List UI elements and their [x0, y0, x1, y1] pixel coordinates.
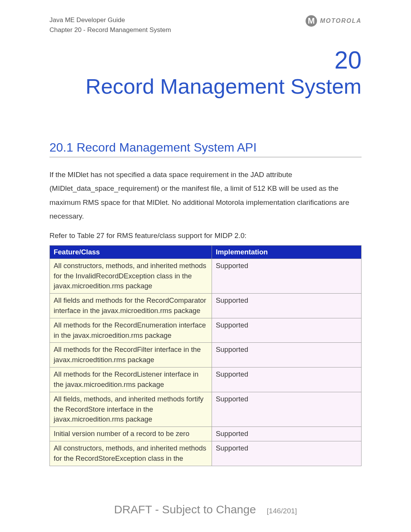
- table-reference: Refer to Table 27 for RMS feature/class …: [49, 232, 362, 240]
- section-divider: [49, 157, 362, 157]
- cell-implementation: Supported: [212, 441, 361, 466]
- draft-status: DRAFT - Subject to Change: [114, 503, 256, 516]
- cell-feature: All fields, methods, and inherited metho…: [50, 392, 212, 427]
- page-footer: DRAFT - Subject to Change [146/201]: [0, 503, 411, 516]
- table-header-row: Feature/Class Implementation: [50, 245, 362, 259]
- document-page: Java ME Developer Guide Chapter 20 - Rec…: [0, 0, 411, 532]
- cell-implementation: Supported: [212, 427, 361, 441]
- cell-implementation: Supported: [212, 259, 361, 293]
- table-row: All constructors, methods, and inherited…: [50, 441, 362, 466]
- cell-implementation: Supported: [212, 392, 361, 427]
- motorola-m-icon: M: [306, 15, 317, 27]
- table-row: All constructors, methods, and inherited…: [50, 259, 362, 293]
- table-row: All methods for the RecordEnumeration in…: [50, 318, 362, 343]
- table-row: All methods for the RecordListener inter…: [50, 367, 362, 392]
- col-header-feature: Feature/Class: [50, 245, 212, 259]
- brand-logo: M MOTOROLA: [306, 15, 362, 27]
- cell-feature: All constructors, methods, and inherited…: [50, 259, 212, 293]
- brand-name: MOTOROLA: [320, 18, 362, 24]
- cell-implementation: Supported: [212, 367, 361, 392]
- cell-feature: All constructors, methods, and inherited…: [50, 441, 212, 466]
- chapter-number: 20: [49, 46, 362, 74]
- feature-table: Feature/Class Implementation All constru…: [49, 245, 362, 466]
- chapter-title: Record Management System: [49, 74, 362, 99]
- table-row: All methods for the RecordFilter interfa…: [50, 343, 362, 367]
- cell-feature: All fields and methods for the RecordCom…: [50, 294, 212, 318]
- header-text: Java ME Developer Guide Chapter 20 - Rec…: [49, 15, 171, 35]
- col-header-implementation: Implementation: [212, 245, 361, 259]
- cell-implementation: Supported: [212, 318, 361, 343]
- table-row: All fields, methods, and inherited metho…: [50, 392, 362, 427]
- cell-feature: All methods for the RecordEnumeration in…: [50, 318, 212, 343]
- chapter-breadcrumb: Chapter 20 - Record Management System: [49, 25, 171, 35]
- table-row: Initial version number of a record to be…: [50, 427, 362, 441]
- cell-feature: All methods for the RecordListener inter…: [50, 367, 212, 392]
- doc-title: Java ME Developer Guide: [49, 15, 171, 25]
- cell-implementation: Supported: [212, 294, 361, 318]
- page-number: [146/201]: [267, 507, 297, 515]
- cell-feature: All methods for the RecordFilter interfa…: [50, 343, 212, 367]
- section-paragraph: If the MIDlet has not specified a data s…: [49, 168, 362, 223]
- page-header: Java ME Developer Guide Chapter 20 - Rec…: [49, 15, 362, 35]
- table-row: All fields and methods for the RecordCom…: [50, 294, 362, 318]
- section-heading: 20.1 Record Management System API: [49, 141, 362, 155]
- cell-feature: Initial version number of a record to be…: [50, 427, 212, 441]
- cell-implementation: Supported: [212, 343, 361, 367]
